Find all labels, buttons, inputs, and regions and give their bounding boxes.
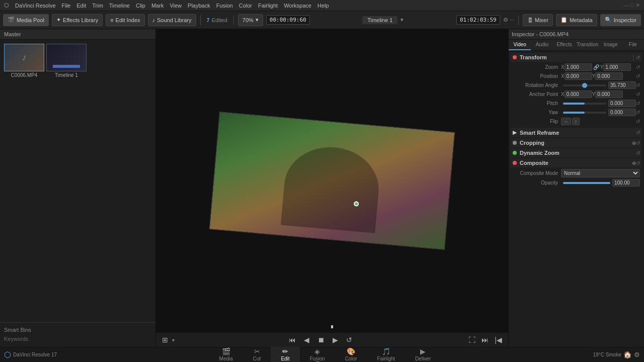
media-item-c0006[interactable]: ♪ C0006.MP4 <box>4 44 44 78</box>
yaw-reset-btn[interactable]: ↺ <box>636 110 640 115</box>
composite-mode-select[interactable]: Normal <box>561 169 640 177</box>
zoom-x-input[interactable] <box>565 63 592 71</box>
inspector-tab-video[interactable]: Video <box>509 40 531 50</box>
go-to-end-btn[interactable]: ⏭ <box>479 335 491 345</box>
menu-item-mark[interactable]: Mark <box>151 3 164 9</box>
position-x-input[interactable] <box>565 72 592 80</box>
menu-item-timeline[interactable]: Timeline <box>109 3 130 9</box>
media-pool-button[interactable]: 🎬 Media Pool <box>3 14 49 26</box>
composite-section-header[interactable]: Composite ⊕ ↺ <box>511 158 642 167</box>
settings-btn[interactable]: ⚙ <box>634 351 640 358</box>
inspector-tab-transition[interactable]: Transition <box>576 40 600 50</box>
anchor-reset-btn[interactable]: ↺ <box>636 92 640 97</box>
pitch-reset-btn[interactable]: ↺ <box>636 101 640 106</box>
pitch-slider <box>563 103 606 105</box>
cropping-extra-icon: ⊕ <box>632 140 636 146</box>
anchor-y-input[interactable] <box>595 90 623 98</box>
edit-index-button[interactable]: ≡ Edit Index <box>106 14 144 26</box>
tab-edit[interactable]: ✏ Edit <box>271 346 299 363</box>
flip-reset-btn[interactable]: ↺ <box>636 119 640 124</box>
timeline-name-badge[interactable]: Timeline 1 <box>362 16 397 24</box>
menu-item-view[interactable]: View <box>170 3 182 9</box>
inspector-tab-audio[interactable]: Audio <box>531 40 553 50</box>
cropping-dot <box>513 141 517 145</box>
media-thumb-timeline1[interactable] <box>46 44 87 71</box>
composite-reset-btn[interactable]: ↺ <box>636 160 640 166</box>
media-tab-icon: 🎬 <box>222 347 230 355</box>
sound-library-button[interactable]: ♪ Sound Library <box>148 14 196 26</box>
menu-item-file[interactable]: File <box>62 3 71 9</box>
prev-clip-btn[interactable]: |◀ <box>493 335 504 345</box>
rotation-reset-btn[interactable]: ↺ <box>636 82 640 88</box>
play-btn[interactable]: ▶ <box>331 335 340 345</box>
mixer-button[interactable]: 🎛 Mixer <box>523 14 553 26</box>
pitch-input[interactable] <box>608 100 636 107</box>
menu-item-fusion[interactable]: Fusion <box>216 3 233 9</box>
transform-section-header[interactable]: Transform ⋮ ↺ <box>511 53 642 62</box>
menu-item-fairlight[interactable]: Fairlight <box>258 3 278 9</box>
media-item-timeline1[interactable]: Timeline 1 <box>46 44 87 78</box>
flip-h-btn[interactable]: ↔ <box>561 118 571 125</box>
zoom-reset-btn[interactable]: ↺ <box>636 64 640 70</box>
dynamic-zoom-reset-btn[interactable]: ↺ <box>636 150 640 156</box>
video-frame <box>209 112 455 250</box>
menu-item-edit[interactable]: Edit <box>76 3 86 9</box>
tab-fusion[interactable]: ◈ Fusion <box>300 346 335 363</box>
tab-color[interactable]: 🎨 Color <box>335 346 367 363</box>
yaw-input[interactable] <box>608 109 636 116</box>
menu-item-workspace[interactable]: Workspace <box>284 3 311 9</box>
inspector-tab-effects[interactable]: Effects <box>553 40 576 50</box>
fairlight-tab-icon: 🎵 <box>382 347 390 355</box>
menu-item-color[interactable]: Color <box>239 3 252 9</box>
position-reset-btn[interactable]: ↺ <box>636 73 640 79</box>
go-to-start-btn[interactable]: ⏮ <box>287 335 298 345</box>
rotation-slider-thumb[interactable] <box>582 83 587 88</box>
menu-item-trim[interactable]: Trim <box>92 3 103 9</box>
rotation-input[interactable] <box>608 81 636 89</box>
mixer-icon: 🎛 <box>527 17 533 23</box>
thumb-image-timeline1 <box>47 44 86 71</box>
cropping-section-header[interactable]: Cropping ⊕ ↺ <box>511 138 642 147</box>
inspector-button[interactable]: 🔍 Inspector <box>600 14 641 26</box>
fullscreen-btn[interactable]: ⛶ <box>466 335 477 345</box>
menu-item-playback[interactable]: Playback <box>188 3 210 9</box>
stop-btn[interactable]: ⏹ <box>315 335 327 345</box>
anchor-x-input[interactable] <box>565 90 592 98</box>
flip-v-btn[interactable]: ↕ <box>572 118 580 125</box>
transform-reset-btn[interactable]: ↺ <box>636 55 640 60</box>
dynamic-zoom-section-header[interactable]: Dynamic Zoom ↺ <box>511 148 642 157</box>
tab-fairlight[interactable]: 🎵 Fairlight <box>367 346 406 363</box>
cropping-reset-btn[interactable]: ↺ <box>636 140 640 146</box>
home-btn[interactable]: 🏠 <box>623 351 632 358</box>
zoom-y-input[interactable] <box>603 63 631 71</box>
inspector-tab-image[interactable]: Image <box>599 40 621 50</box>
menu-item-clip[interactable]: Clip <box>136 3 145 9</box>
smart-bins-title: Smart Bins <box>4 327 151 333</box>
smart-reframe-section-header[interactable]: ▶ Smart Reframe ↺ <box>511 128 642 137</box>
inspector-tab-file[interactable]: File <box>622 40 644 50</box>
composite-extra-icon: ⊕ <box>632 160 636 166</box>
zoom-select[interactable]: 70% ▾ <box>238 14 263 26</box>
zoom-link-icon[interactable]: 🔗 <box>593 64 599 70</box>
opacity-input[interactable] <box>612 179 640 187</box>
opacity-slider[interactable] <box>563 182 610 184</box>
timecode-display[interactable]: 00:00:09:60 <box>266 15 310 25</box>
loop-btn[interactable]: ↺ <box>344 335 354 345</box>
keywords-item[interactable]: Keywords <box>4 335 151 343</box>
tab-cut[interactable]: ✂ Cut <box>243 346 271 363</box>
metadata-button[interactable]: 📋 Metadata <box>556 14 597 26</box>
media-thumb-c0006[interactable]: ♪ <box>4 44 44 71</box>
menu-item-help[interactable]: Help <box>317 3 329 9</box>
timeline-thumb-bar <box>53 65 80 68</box>
preview-container <box>191 116 473 246</box>
previous-frame-btn[interactable]: ◀ <box>302 335 311 345</box>
preview-settings-btn[interactable]: ⊞ <box>160 335 170 345</box>
menu-item-davinci[interactable]: DaVinci Resolve <box>15 3 56 9</box>
position-y-input[interactable] <box>595 72 623 80</box>
timeline-dropdown-icon[interactable]: ▾ <box>400 17 404 23</box>
tab-deliver[interactable]: ▶ Deliver <box>405 346 441 363</box>
tab-media[interactable]: 🎬 Media <box>209 346 243 363</box>
smart-reframe-reset-btn[interactable]: ↺ <box>636 130 640 135</box>
effects-library-button[interactable]: ✦ Effects Library <box>52 14 103 26</box>
opacity-slider-fill <box>563 182 610 184</box>
